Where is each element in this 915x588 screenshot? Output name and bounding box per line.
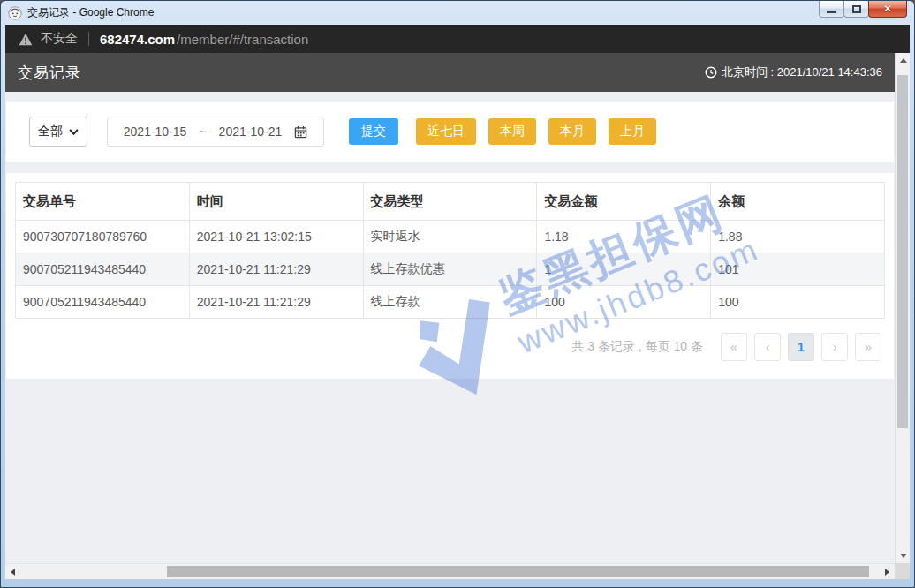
quick-filter-last7days[interactable]: 近七日 bbox=[416, 118, 476, 145]
table-cell: 2021-10-21 13:02:15 bbox=[189, 221, 363, 253]
column-header: 交易类型 bbox=[363, 183, 537, 221]
table-header-row: 交易单号时间交易类型交易金额余额 bbox=[16, 183, 885, 221]
quick-filter-last-month[interactable]: 上月 bbox=[609, 118, 656, 145]
calendar-icon bbox=[294, 125, 307, 139]
arrow-up-icon bbox=[900, 58, 907, 63]
date-range-separator: ~ bbox=[199, 124, 206, 139]
transaction-type-select[interactable]: 全部 bbox=[29, 117, 87, 147]
page: 交易记录 北京时间 : 2021/10/21 14:43:36 全部 bbox=[5, 53, 895, 563]
chevron-down-icon bbox=[69, 129, 79, 135]
pagination-next-button[interactable]: › bbox=[821, 333, 848, 361]
pagination-last-button[interactable]: » bbox=[855, 333, 881, 361]
submit-button[interactable]: 提交 bbox=[349, 118, 398, 145]
address-bar[interactable]: 不安全 682474.com/member/#/transaction bbox=[5, 25, 910, 53]
table-cell: 101 bbox=[711, 253, 885, 286]
table-cell: 100 bbox=[711, 286, 885, 319]
scroll-left-button[interactable] bbox=[5, 564, 20, 579]
minimize-button[interactable] bbox=[819, 1, 844, 18]
table-cell: 100 bbox=[537, 286, 711, 319]
table-cell: 900705211943485440 bbox=[16, 253, 190, 286]
content-area: 全部 2021-10-15 ~ 2021-10-21 bbox=[5, 92, 895, 563]
date-to-value: 2021-10-21 bbox=[219, 124, 283, 139]
close-icon: ✕ bbox=[883, 3, 892, 15]
window-controls: ✕ bbox=[820, 1, 907, 18]
scroll-up-button[interactable] bbox=[896, 53, 911, 68]
table-row: 9007307071807897602021-10-21 13:02:15实时返… bbox=[16, 221, 885, 253]
table-cell: 实时返水 bbox=[363, 221, 537, 253]
table-cell: 线上存款 bbox=[363, 286, 537, 319]
table-cell: 2021-10-21 11:21:29 bbox=[189, 286, 363, 319]
arrow-down-icon bbox=[900, 554, 907, 558]
filter-panel: 全部 2021-10-15 ~ 2021-10-21 bbox=[6, 102, 894, 162]
minimize-icon bbox=[827, 11, 836, 13]
transaction-table: 交易单号时间交易类型交易金额余额 9007307071807897602021-… bbox=[15, 182, 885, 319]
url-path: /member/#/transaction bbox=[177, 32, 308, 47]
security-label[interactable]: 不安全 bbox=[41, 31, 78, 47]
column-header: 交易单号 bbox=[16, 183, 190, 221]
column-header: 交易金额 bbox=[537, 183, 711, 221]
site-favicon-icon bbox=[8, 6, 22, 20]
scrollbar-corner bbox=[895, 563, 910, 579]
clock-icon bbox=[705, 66, 717, 79]
url-domain: 682474.com bbox=[100, 32, 175, 47]
column-header: 余额 bbox=[711, 183, 885, 221]
quick-filter-this-week[interactable]: 本周 bbox=[488, 118, 536, 145]
beijing-time: 北京时间 : 2021/10/21 14:43:36 bbox=[705, 64, 882, 80]
table-row: 9007052119434854402021-10-21 11:21:29线上存… bbox=[16, 253, 885, 286]
scroll-right-button[interactable] bbox=[880, 564, 895, 579]
column-header: 时间 bbox=[189, 183, 363, 221]
restore-button[interactable] bbox=[843, 1, 869, 18]
table-row: 9007052119434854402021-10-21 11:21:29线上存… bbox=[16, 286, 885, 319]
table-cell: 2021-10-21 11:21:29 bbox=[189, 253, 363, 286]
records-summary: 共 3 条记录 , 每页 10 条 bbox=[571, 339, 703, 355]
browser-window: 交易记录 - Google Chrome ✕ 不安全 682474.com/me… bbox=[0, 0, 915, 588]
table-cell: 900730707180789760 bbox=[16, 221, 190, 253]
vertical-scrollbar-thumb[interactable] bbox=[897, 75, 908, 428]
window-titlebar: 交易记录 - Google Chrome bbox=[1, 1, 914, 25]
table-footer: 共 3 条记录 , 每页 10 条 « ‹ 1 › » bbox=[15, 319, 885, 379]
table-cell: 1.18 bbox=[537, 221, 711, 253]
page-title: 交易记录 bbox=[18, 63, 81, 83]
vertical-scrollbar[interactable] bbox=[895, 53, 910, 563]
restore-icon bbox=[852, 5, 861, 13]
page-header: 交易记录 北京时间 : 2021/10/21 14:43:36 bbox=[5, 53, 895, 92]
table-cell: 线上存款优惠 bbox=[363, 253, 537, 286]
date-from-value: 2021-10-15 bbox=[124, 124, 187, 139]
transaction-table-panel: 交易单号时间交易类型交易金额余额 9007307071807897602021-… bbox=[6, 173, 894, 379]
transaction-type-value: 全部 bbox=[38, 124, 63, 139]
not-secure-warning-icon bbox=[19, 33, 33, 46]
pagination-prev-button[interactable]: ‹ bbox=[754, 333, 781, 361]
horizontal-scrollbar-thumb[interactable] bbox=[167, 566, 869, 577]
horizontal-scrollbar[interactable] bbox=[5, 563, 895, 579]
table-cell: 1.88 bbox=[711, 221, 885, 253]
date-range-input[interactable]: 2021-10-15 ~ 2021-10-21 bbox=[107, 117, 324, 147]
arrow-right-icon bbox=[885, 569, 889, 576]
pagination-page-1-button[interactable]: 1 bbox=[788, 333, 814, 361]
transaction-table-body: 9007307071807897602021-10-21 13:02:15实时返… bbox=[16, 221, 885, 319]
window-title: 交易记录 - Google Chrome bbox=[27, 5, 154, 20]
address-separator bbox=[88, 32, 89, 46]
table-cell: 1 bbox=[537, 253, 711, 286]
scroll-down-button[interactable] bbox=[896, 548, 911, 563]
table-cell: 900705211943485440 bbox=[16, 286, 190, 319]
arrow-left-icon bbox=[11, 569, 15, 576]
quick-filter-this-month[interactable]: 本月 bbox=[548, 118, 596, 145]
beijing-time-label: 北京时间 : 2021/10/21 14:43:36 bbox=[722, 64, 882, 80]
close-button[interactable]: ✕ bbox=[868, 1, 907, 18]
pagination-first-button[interactable]: « bbox=[721, 333, 747, 361]
